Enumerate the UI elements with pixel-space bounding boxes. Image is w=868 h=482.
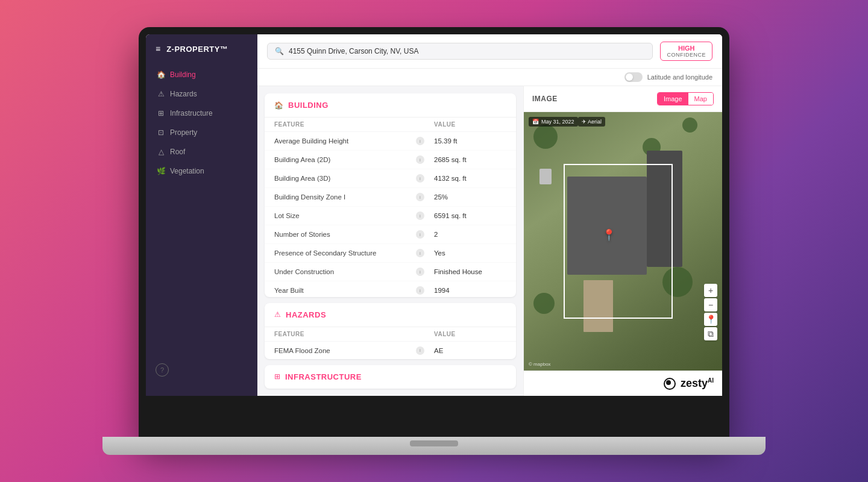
- info-dot[interactable]: i: [416, 137, 424, 145]
- building-section-title: BUILDING: [288, 101, 329, 110]
- tab-map[interactable]: Map: [688, 93, 713, 105]
- tree-decoration: [533, 293, 555, 314]
- feature-value: Finished House: [434, 268, 506, 275]
- calendar-icon: 📅: [532, 119, 539, 125]
- image-panel-title: IMAGE: [532, 95, 558, 103]
- feature-value: 25%: [434, 193, 506, 201]
- confidence-label: CONFIDENCE: [667, 52, 706, 58]
- building-icon: 🏠: [157, 70, 165, 79]
- tab-image[interactable]: Image: [658, 93, 688, 105]
- info-dot[interactable]: i: [416, 155, 424, 164]
- infrastructure-section-icon: ⊞: [274, 372, 280, 381]
- sidebar-item-hazards[interactable]: ⚠ Hazards: [151, 85, 253, 103]
- sidebar-item-label: Property: [170, 128, 197, 137]
- table-row: Year Built i 1994: [265, 281, 516, 297]
- feature-name: Building Area (3D): [274, 175, 416, 182]
- sidebar-item-infrastructure[interactable]: ⊞ Infrastructure: [151, 104, 253, 122]
- brand-logo: Z-PROPERTY™: [166, 45, 228, 54]
- lat-toggle[interactable]: [624, 72, 643, 82]
- map-pin: 📍: [602, 228, 615, 242]
- hazards-icon: ⚠: [157, 90, 165, 98]
- property-icon: ⊡: [157, 128, 165, 137]
- info-dot[interactable]: i: [416, 286, 424, 295]
- table-row: Building Density Zone I i 25%: [265, 188, 516, 207]
- laptop-base: [102, 437, 766, 455]
- sidebar-item-building[interactable]: 🏠 Building: [151, 66, 253, 84]
- infrastructure-section-header: ⊞ INFRASTRUCTURE: [265, 365, 516, 389]
- info-dot[interactable]: i: [416, 193, 424, 201]
- sidebar-nav: 🏠 Building ⚠ Hazards ⊞ Infrastructure ⊡ …: [146, 66, 257, 180]
- lat-toggle-row: Latitude and longitude: [257, 69, 722, 86]
- zesty-logo-icon: [664, 378, 676, 390]
- image-panel: IMAGE Image Map: [523, 86, 722, 396]
- building-table-header: FEATURE VALUE: [265, 117, 516, 132]
- confidence-level: HIGH: [667, 45, 706, 52]
- table-row: Building Area (3D) i 4132 sq. ft: [265, 169, 516, 188]
- image-date-badge: 📅 May 31, 2022: [529, 117, 578, 127]
- table-row: Building Area (2D) i 2685 sq. ft: [265, 151, 516, 169]
- search-bar[interactable]: 🔍 4155 Quinn Drive, Carson City, NV, USA: [267, 43, 653, 60]
- aerial-text: ✈ Aerial: [582, 119, 602, 125]
- col-feature-header: FEATURE: [274, 331, 434, 337]
- vegetation-icon: 🌿: [157, 167, 165, 175]
- feature-value: Yes: [434, 249, 506, 257]
- feature-value: 2: [434, 231, 506, 238]
- info-dot[interactable]: i: [416, 230, 424, 239]
- sidebar-item-label: Vegetation: [170, 167, 204, 175]
- table-row: Presence of Secondary Structure i Yes: [265, 244, 516, 263]
- feature-name: Building Density Zone I: [274, 193, 416, 201]
- table-row: Under Construction i Finished House: [265, 263, 516, 281]
- tree-decoration: [682, 117, 697, 133]
- data-panel: 🏠 BUILDING FEATURE VALUE Averag: [257, 86, 523, 396]
- feature-name: FEMA Flood Zone: [274, 347, 416, 354]
- info-dot[interactable]: i: [416, 346, 424, 355]
- sidebar-item-roof[interactable]: △ Roof: [151, 143, 253, 161]
- col-value-header: VALUE: [434, 121, 506, 128]
- zoom-in-button[interactable]: +: [704, 284, 717, 297]
- feature-value: 2685 sq. ft: [434, 156, 506, 163]
- sidebar: ≡ Z-PROPERTY™ 🏠 Building ⚠ Hazards ⊞ Inf…: [146, 34, 257, 396]
- feature-value: 15.39 ft: [434, 137, 506, 145]
- building-section-header: 🏠 BUILDING: [265, 93, 516, 117]
- feature-name: Average Building Height: [274, 137, 416, 145]
- content-area: 🏠 BUILDING FEATURE VALUE Averag: [257, 86, 722, 396]
- hazards-table-header: FEATURE VALUE: [265, 327, 516, 342]
- main-content: 🔍 4155 Quinn Drive, Carson City, NV, USA…: [257, 34, 722, 396]
- hazards-section-header: ⚠ HAZARDS: [265, 303, 516, 327]
- sidebar-item-vegetation[interactable]: 🌿 Vegetation: [151, 162, 253, 180]
- zesty-ai-superscript: AI: [708, 377, 714, 384]
- feature-value: AE: [434, 347, 506, 354]
- table-row: Average Building Height i 15.39 ft: [265, 132, 516, 151]
- location-button[interactable]: 📍: [704, 313, 717, 326]
- info-dot[interactable]: i: [416, 174, 424, 183]
- sidebar-item-label: Infrastructure: [170, 109, 213, 117]
- feature-value: 1994: [434, 287, 506, 294]
- sidebar-item-property[interactable]: ⊡ Property: [151, 124, 253, 142]
- zoom-out-button[interactable]: −: [704, 298, 717, 311]
- hamburger-icon[interactable]: ≡: [156, 44, 160, 54]
- info-dot[interactable]: i: [416, 268, 424, 276]
- lat-label: Latitude and longitude: [647, 74, 712, 81]
- hazards-section-title: HAZARDS: [286, 310, 326, 319]
- zesty-branding: zestyAI: [524, 371, 722, 396]
- mapbox-credit: © mapbox: [529, 362, 551, 367]
- info-dot[interactable]: i: [416, 211, 424, 220]
- sidebar-item-label: Hazards: [170, 90, 197, 98]
- feature-name: Under Construction: [274, 268, 416, 275]
- date-text: May 31, 2022: [541, 119, 574, 125]
- app-header: 🔍 4155 Quinn Drive, Carson City, NV, USA…: [257, 34, 722, 69]
- infrastructure-icon: ⊞: [157, 109, 165, 117]
- feature-value: 4132 sq. ft: [434, 175, 506, 182]
- copy-button[interactable]: ⧉: [704, 327, 717, 340]
- info-dot[interactable]: i: [416, 249, 424, 257]
- search-address: 4155 Quinn Drive, Carson City, NV, USA: [289, 47, 418, 55]
- infrastructure-section: ⊞ INFRASTRUCTURE: [265, 365, 516, 389]
- map-controls: + − 📍 ⧉: [704, 284, 717, 340]
- confidence-badge: HIGH CONFIDENCE: [660, 42, 712, 61]
- zesty-text: zestyAI: [681, 377, 714, 390]
- hazards-section: ⚠ HAZARDS FEATURE VALUE FEMA Flood Zone: [265, 303, 516, 359]
- help-button[interactable]: ?: [156, 363, 169, 377]
- table-row: Lot Size i 6591 sq. ft: [265, 207, 516, 225]
- aerial-image-container: 📍 📅 May 31, 2022 ✈ Aerial: [524, 112, 722, 371]
- col-feature-header: FEATURE: [274, 121, 434, 128]
